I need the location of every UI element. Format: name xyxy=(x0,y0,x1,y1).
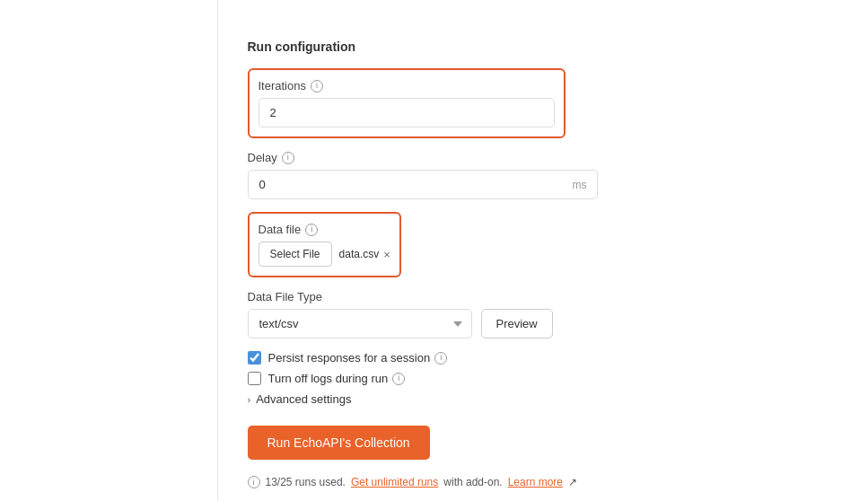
get-unlimited-runs-link[interactable]: Get unlimited runs xyxy=(351,476,438,488)
section-title: Run configuration xyxy=(248,40,621,54)
iterations-label: Iterations i xyxy=(259,79,555,92)
usage-middle-text: with add-on. xyxy=(443,476,502,488)
usage-info-icon: i xyxy=(248,476,260,488)
advanced-settings-row[interactable]: › Advanced settings xyxy=(248,392,621,406)
run-collection-button[interactable]: Run EchoAPI's Collection xyxy=(248,426,430,460)
persist-responses-label: Persist responses for a session i xyxy=(268,351,448,365)
delay-input[interactable] xyxy=(248,170,598,199)
learn-more-link[interactable]: Learn more xyxy=(508,476,563,488)
turn-off-logs-row: Turn off logs during run i xyxy=(248,372,621,385)
turn-off-logs-checkbox[interactable] xyxy=(248,372,261,385)
persist-responses-row: Persist responses for a session i xyxy=(248,351,621,365)
data-file-type-select[interactable]: text/csv application/json text/plain xyxy=(248,309,472,338)
data-file-type-label: Data File Type xyxy=(248,290,621,303)
turn-off-logs-label: Turn off logs during run i xyxy=(268,372,406,385)
persist-responses-checkbox[interactable] xyxy=(248,351,261,365)
delay-info-icon: i xyxy=(282,152,294,164)
iterations-input[interactable] xyxy=(259,98,555,127)
remove-file-icon[interactable]: × xyxy=(383,249,390,260)
usage-text: 13/25 runs used. xyxy=(266,476,346,488)
logs-info-icon: i xyxy=(392,373,405,385)
external-link-icon: ↗ xyxy=(568,476,577,488)
iterations-info-icon: i xyxy=(311,80,323,92)
delay-suffix: ms xyxy=(573,179,587,191)
file-name: data.csv xyxy=(339,248,380,260)
data-file-info-icon: i xyxy=(305,224,318,236)
delay-label: Delay i xyxy=(248,151,621,164)
file-tag: data.csv × xyxy=(339,248,390,260)
preview-button[interactable]: Preview xyxy=(481,309,553,338)
usage-row: i 13/25 runs used. Get unlimited runs wi… xyxy=(248,476,621,488)
data-file-label: Data file i xyxy=(259,223,390,236)
advanced-chevron-icon: › xyxy=(248,394,251,405)
persist-info-icon: i xyxy=(434,352,447,365)
advanced-settings-label: Advanced settings xyxy=(256,392,351,406)
select-file-button[interactable]: Select File xyxy=(259,242,332,267)
